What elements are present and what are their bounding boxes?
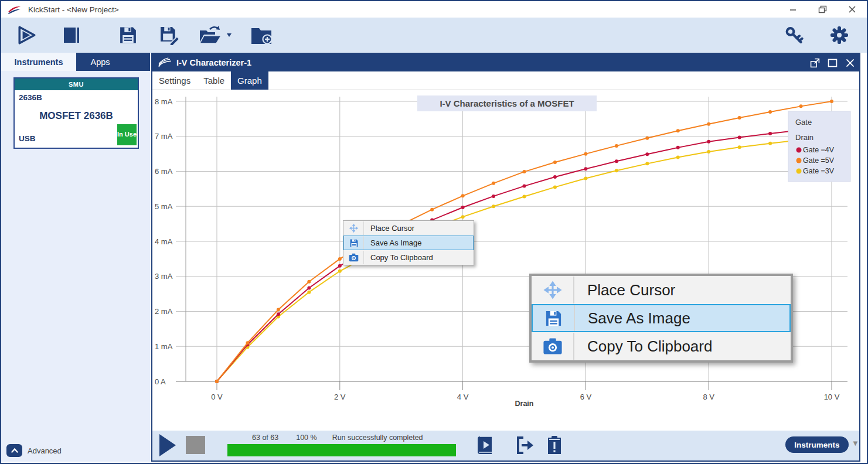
tab-graph[interactable]: Graph	[231, 71, 268, 90]
open-project-button[interactable]	[198, 25, 223, 46]
instrument-type-label: SMU	[15, 79, 138, 90]
run-app-button[interactable]	[158, 433, 178, 458]
data-point	[830, 100, 833, 103]
save-image-icon	[344, 236, 364, 250]
data-point	[553, 185, 557, 189]
run-button[interactable]	[16, 25, 38, 45]
save-as-button[interactable]	[159, 25, 180, 45]
data-point	[338, 264, 342, 268]
menu-item-copy-to-clipboard[interactable]: Copy To Clipboard	[343, 250, 474, 265]
instruments-button[interactable]: Instruments	[785, 436, 849, 453]
data-point	[676, 129, 680, 132]
tab-apps[interactable]: Apps	[76, 53, 124, 71]
run-log-button[interactable]	[476, 435, 495, 455]
titlebar: KickStart - <New Project>	[1, 1, 867, 18]
data-point	[584, 176, 587, 180]
move-cursor-icon	[532, 277, 574, 303]
legend-label: Gate =4V	[803, 146, 835, 154]
settings-gear-button[interactable]	[829, 25, 850, 46]
close-panel-button[interactable]	[845, 57, 856, 69]
data-point	[676, 146, 680, 149]
data-point	[584, 152, 587, 156]
data-point	[523, 170, 526, 173]
save-image-icon	[533, 305, 575, 331]
save-button[interactable]	[118, 26, 138, 45]
data-point	[492, 182, 495, 185]
data-point	[461, 215, 465, 219]
move-cursor-icon	[344, 221, 364, 235]
x-tick-label: 8 V	[703, 393, 714, 401]
license-key-button[interactable]	[784, 26, 804, 45]
data-point	[246, 341, 249, 344]
x-tick-label: 10 V	[824, 393, 840, 401]
data-point	[553, 161, 557, 164]
data-point	[707, 122, 710, 126]
data-point	[492, 204, 495, 208]
sidebar-tabstrip: Instruments Apps	[1, 53, 150, 71]
chart-context-menu-magnified: Place Cursor Save As Image Copy To Clipb…	[529, 274, 793, 363]
alerts-button[interactable]	[546, 435, 563, 455]
legend-header: Gate	[795, 118, 812, 127]
data-point	[738, 136, 741, 139]
camera-icon	[344, 251, 364, 264]
advanced-toggle-button[interactable]	[6, 444, 22, 457]
menu-item-save-as-image[interactable]: Save As Image	[343, 236, 474, 250]
data-point	[615, 159, 618, 163]
menu-item-place-cursor[interactable]: Place Cursor	[343, 221, 474, 236]
data-point	[738, 116, 741, 120]
data-point	[277, 312, 280, 316]
tab-settings[interactable]: Settings	[152, 71, 197, 90]
y-tick-label: 7 mA	[155, 132, 173, 141]
data-point	[338, 257, 342, 261]
instruments-caret-icon[interactable]: ▼	[852, 439, 859, 448]
chart-title: I-V Characteristics of a MOSFET	[440, 98, 574, 108]
tab-instruments[interactable]: Instruments	[1, 53, 76, 71]
data-point	[738, 145, 741, 149]
stop-button[interactable]	[62, 26, 81, 45]
menu-item-place-cursor-large[interactable]: Place Cursor	[532, 276, 791, 304]
x-tick-label: 4 V	[457, 393, 469, 401]
data-point	[676, 156, 680, 159]
data-point	[645, 137, 649, 140]
maximize-button[interactable]	[827, 57, 838, 69]
in-use-badge: In Use	[117, 124, 137, 145]
y-tick-label: 3 mA	[155, 272, 173, 281]
x-tick-label: 6 V	[580, 393, 592, 401]
legend-header: Drain	[795, 133, 813, 142]
export-data-button[interactable]	[515, 435, 535, 455]
y-tick-label: 1 mA	[155, 342, 173, 351]
stop-app-button[interactable]	[186, 436, 205, 454]
new-project-button[interactable]	[250, 25, 273, 45]
chart-context-menu: Place Cursor Save As Image Copy To Clipb…	[343, 220, 474, 265]
close-window-button[interactable]	[848, 5, 856, 13]
data-point	[645, 162, 649, 165]
data-point	[461, 194, 465, 197]
progress-count: 63 of 63	[252, 434, 278, 442]
data-point	[523, 195, 526, 199]
popout-button[interactable]	[809, 57, 821, 69]
data-point	[799, 104, 803, 108]
restore-button[interactable]	[818, 5, 827, 13]
chevron-up-icon	[10, 446, 19, 455]
panel-tabbar: Settings Table Graph	[152, 71, 859, 90]
minimize-button[interactable]	[789, 5, 797, 13]
tab-table[interactable]: Table	[197, 71, 231, 90]
legend-swatch	[796, 158, 802, 163]
menu-item-save-as-image-large[interactable]: Save As Image	[532, 304, 791, 332]
run-status-bar: 63 of 63 100 % Run successfully complete…	[152, 431, 859, 460]
data-point	[768, 110, 772, 114]
open-project-caret[interactable]	[226, 33, 232, 37]
menu-item-copy-to-clipboard-large[interactable]: Copy To Clipboard	[532, 332, 791, 360]
legend: GateDrainGate =4VGate =5VGate =3V	[788, 111, 850, 182]
iv-chart[interactable]: 0 V2 V4 V6 V8 V10 V0 A1 mA2 mA3 mA4 mA5 …	[152, 90, 859, 431]
data-point	[615, 169, 618, 172]
sidebar: Instruments Apps SMU 2636B MOSFET 2636B …	[1, 53, 150, 462]
data-point	[615, 144, 618, 148]
instrument-card[interactable]: SMU 2636B MOSFET 2636B USB In Use	[13, 77, 139, 149]
data-point	[492, 195, 495, 198]
status-message: Run successfully completed	[332, 434, 423, 442]
data-point	[277, 308, 280, 312]
x-tick-label: 2 V	[334, 393, 346, 401]
instrument-name: MOSFET 2636B	[15, 110, 138, 122]
y-tick-label: 0 A	[155, 377, 166, 386]
